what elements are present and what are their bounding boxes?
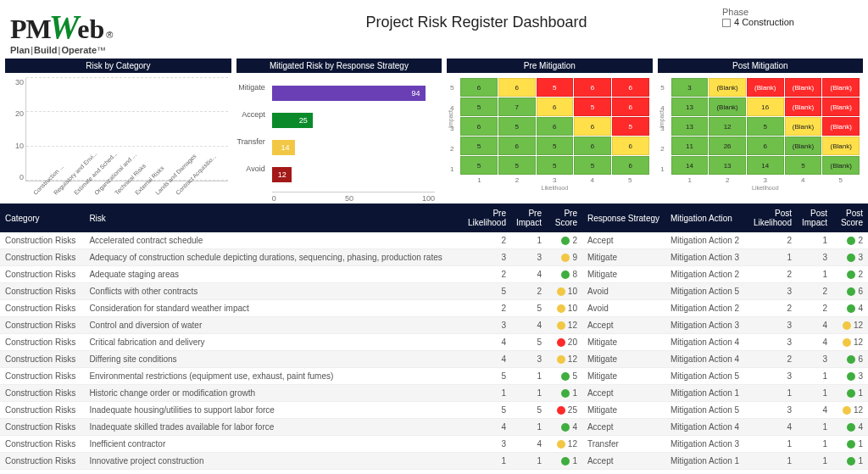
table-row[interactable]: Construction RisksInadequate skilled tra… (0, 419, 868, 436)
pre-score-dot (557, 304, 565, 313)
panel-post-mitigation: Post Mitigation Impact 54321 3(Blank)(Bl… (658, 59, 863, 200)
heatmap-cell[interactable]: (Blank) (709, 78, 746, 97)
heatmap-cell[interactable]: 11 (671, 137, 709, 155)
table-row[interactable]: Construction RisksCritical fabrication a… (0, 334, 868, 351)
table-row[interactable]: Construction RisksAdequacy of constructi… (0, 249, 868, 266)
table-row[interactable]: Construction RisksAdequate staging areas… (0, 266, 868, 283)
heatmap-cell[interactable]: 6 (574, 117, 611, 136)
heatmap-cell[interactable]: 5 (747, 117, 784, 136)
pre-score-dot (561, 389, 570, 398)
heatmap-cell[interactable]: 12 (709, 117, 746, 136)
post-mitigation-heatmap[interactable]: Impact 54321 3(Blank)(Blank)(Blank)(Blan… (658, 73, 863, 192)
table-row[interactable]: Construction RisksAccelerated contract s… (0, 232, 868, 249)
table-row[interactable]: Construction RisksInnovative project con… (0, 453, 868, 470)
pre-score-dot (561, 372, 570, 381)
heatmap-cell[interactable]: 5 (460, 137, 498, 155)
heatmap-cell[interactable]: 6 (574, 78, 611, 97)
heatmap-cell[interactable]: 5 (498, 156, 536, 175)
bar-label: Mitigate (236, 83, 269, 92)
column-header[interactable]: Post Score (832, 204, 868, 232)
heatmap-cell[interactable]: 5 (498, 117, 536, 136)
column-header[interactable]: Category (0, 204, 84, 232)
heatmap-cell[interactable]: (Blank) (822, 117, 860, 136)
bar-accept[interactable]: 25 (272, 110, 435, 131)
heatmap-cell[interactable]: 13 (671, 117, 709, 136)
heatmap-cell[interactable]: 5 (537, 137, 574, 155)
heatmap-cell[interactable]: 6 (612, 98, 649, 116)
bar-label: Transfer (236, 137, 269, 146)
heatmap-cell[interactable]: (Blank) (785, 98, 822, 116)
table-row[interactable]: Construction RisksInefficient contractor… (0, 436, 868, 453)
bar-transfer[interactable]: 14 (272, 137, 435, 158)
heatmap-cell[interactable]: 7 (498, 98, 536, 116)
heatmap-cell[interactable]: 6 (612, 78, 649, 97)
column-header[interactable]: Mitigation Action (665, 204, 748, 232)
heatmap-cell[interactable]: 13 (671, 98, 709, 116)
heatmap-cell[interactable]: 5 (574, 98, 611, 116)
heatmap-cell[interactable]: 6 (460, 78, 498, 97)
post-score-dot (847, 237, 855, 245)
column-header[interactable]: Pre Score (547, 204, 582, 232)
heatmap-cell[interactable]: (Blank) (822, 98, 860, 116)
registered-icon: ® (106, 30, 113, 40)
x-axis-label: Likelihood (460, 185, 648, 191)
column-header[interactable]: Pre Likelihood (463, 204, 511, 232)
table-row[interactable]: Construction RisksEnvironmental restrict… (0, 368, 868, 385)
heatmap-cell[interactable]: 5 (574, 156, 611, 175)
table-row[interactable]: Construction RisksConflicts with other c… (0, 283, 868, 300)
heatmap-cell[interactable]: (Blank) (822, 78, 860, 97)
heatmap-cell[interactable]: 5 (785, 156, 822, 175)
heatmap-cell[interactable]: 6 (498, 137, 536, 155)
heatmap-cell[interactable]: 6 (537, 117, 574, 136)
heatmap-cell[interactable]: 14 (747, 156, 784, 175)
heatmap-cell[interactable]: (Blank) (822, 137, 860, 155)
x-axis: 12345 (460, 176, 648, 184)
column-header[interactable]: Post Likelihood (748, 204, 797, 232)
heatmap-cell[interactable]: 6 (612, 156, 649, 175)
heatmap-cell[interactable]: 5 (460, 98, 498, 116)
phase-filter[interactable]: Phase 4 Construction (722, 7, 858, 27)
table-row[interactable]: Construction RisksDiffering site conditi… (0, 351, 868, 368)
heatmap-cell[interactable]: 5 (537, 78, 574, 97)
heatmap-cell[interactable]: 5 (460, 156, 498, 175)
column-header[interactable]: Response Strategy (582, 204, 665, 232)
phase-checkbox[interactable] (722, 19, 731, 27)
table-row[interactable]: Construction RisksConsideration for stan… (0, 300, 868, 317)
column-header[interactable]: Pre Impact (511, 204, 547, 232)
bar-mitigate[interactable]: 94 (272, 83, 435, 103)
heatmap-cell[interactable]: (Blank) (785, 78, 822, 97)
heatmap-cell[interactable]: 13 (709, 156, 746, 175)
logo-pm: PM (10, 14, 51, 45)
heatmap-cell[interactable]: 14 (671, 156, 709, 175)
heatmap-cell[interactable]: (Blank) (709, 98, 746, 116)
heatmap-cell[interactable]: 6 (498, 78, 536, 97)
column-header[interactable]: Risk (84, 204, 463, 232)
bar-avoid[interactable]: 12 (272, 165, 435, 185)
risk-by-category-chart[interactable]: 3020100 322220201614147 Construction ...… (5, 73, 231, 200)
heatmap-cell[interactable]: 6 (747, 137, 784, 155)
pre-score-dot (557, 321, 565, 330)
heatmap-cell[interactable]: 5 (537, 156, 574, 175)
heatmap-cell[interactable]: 6 (574, 137, 611, 155)
y-axis: 3020100 (5, 78, 24, 181)
table-row[interactable]: Construction RisksInadequate housing/uti… (0, 402, 868, 419)
table-row[interactable]: Construction RisksControl and diversion … (0, 317, 868, 334)
heatmap-cell[interactable]: (Blank) (785, 117, 822, 136)
table-row[interactable]: Construction RisksHistoric change order … (0, 385, 868, 402)
heatmap-cell[interactable]: (Blank) (822, 156, 860, 175)
phase-label: Phase (722, 7, 858, 17)
risk-register-table[interactable]: CategoryRiskPre LikelihoodPre ImpactPre … (0, 204, 868, 470)
pre-mitigation-heatmap[interactable]: Impact 54321 6656657656656655656655556 1… (447, 73, 652, 192)
heatmap-cell[interactable]: 16 (747, 98, 784, 116)
heatmap-cell[interactable]: 26 (709, 137, 746, 155)
heatmap-cell[interactable]: (Blank) (747, 78, 784, 97)
heatmap-cell[interactable]: 3 (671, 78, 709, 97)
heatmap-cell[interactable]: 6 (612, 137, 649, 155)
column-header[interactable]: Post Impact (797, 204, 832, 232)
heatmap-cell[interactable]: 5 (612, 117, 649, 136)
heatmap-cell[interactable]: 6 (537, 98, 574, 116)
heatmap-cell[interactable]: 6 (460, 117, 498, 136)
response-strategy-chart[interactable]: Mitigate94Accept25Transfer14Avoid1205010… (236, 73, 442, 200)
page-title: Project Risk Register Dashboard (231, 7, 722, 31)
heatmap-cell[interactable]: (Blank) (785, 137, 822, 155)
